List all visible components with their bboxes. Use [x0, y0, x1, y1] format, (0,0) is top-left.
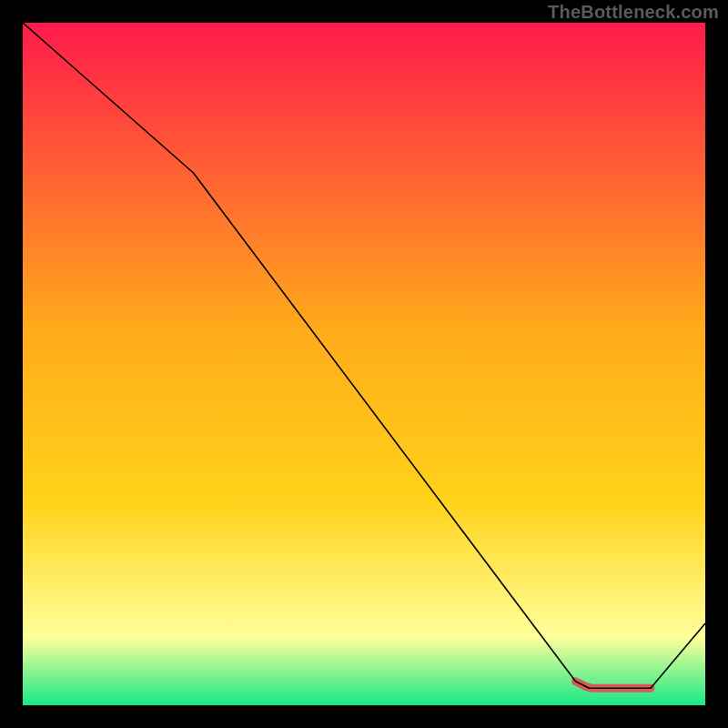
watermark-text: TheBottleneck.com: [548, 2, 719, 23]
plot-area: [23, 23, 705, 705]
chart-svg: [23, 23, 705, 705]
gradient-background: [23, 23, 705, 705]
chart-frame: TheBottleneck.com: [0, 0, 728, 728]
